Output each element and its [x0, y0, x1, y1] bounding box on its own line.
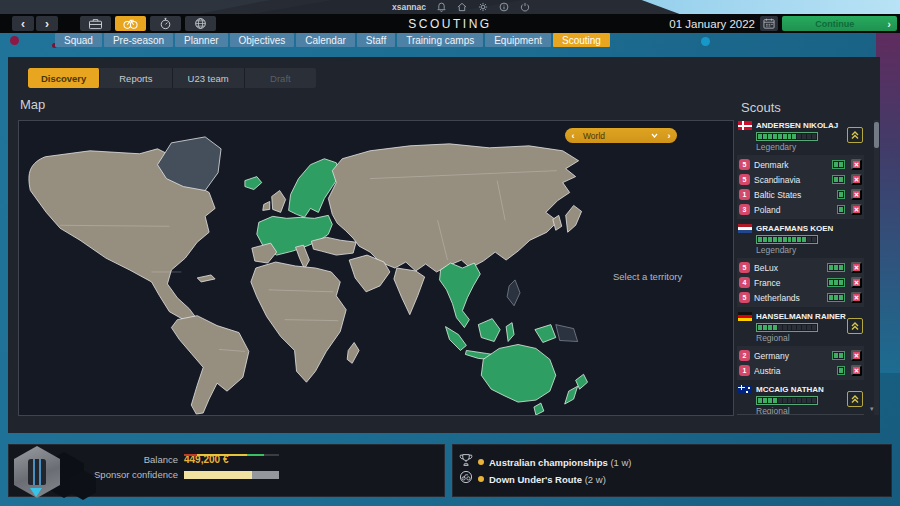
scout-card: MCCAIG NATHANRegional: [737, 383, 864, 415]
territory-name: France: [754, 278, 823, 288]
power-icon[interactable]: [520, 2, 530, 12]
scout-name: HANSELMANN RAINER: [756, 312, 846, 321]
current-date: 01 January 2022: [669, 18, 755, 30]
info-icon[interactable]: [499, 2, 509, 12]
scout-skill-bar: [756, 396, 818, 405]
sub-tab-draft[interactable]: Draft: [245, 68, 316, 88]
scout-header: MCCAIG NATHANRegional: [737, 383, 864, 415]
scout-head-left: ANDERSEN NIKOLAJLegendary: [738, 121, 838, 152]
scout-header: HANSELMANN RAINERRegional: [737, 310, 864, 346]
event-name[interactable]: Australian championships (1 w): [489, 457, 632, 468]
tab-objectives[interactable]: Objectives: [230, 33, 295, 47]
skill-cell: [763, 237, 767, 242]
home-icon[interactable]: [457, 2, 467, 12]
skill-cell: [763, 398, 767, 403]
territory-row: 4France✕: [739, 275, 862, 290]
territory-row: 5Netherlands✕: [739, 290, 862, 305]
knowledge-cell: [839, 265, 843, 270]
remove-territory-button[interactable]: ✕: [851, 365, 862, 376]
skill-cell: [812, 398, 816, 403]
scouts-scrollbar[interactable]: [874, 120, 879, 415]
skill-cell: [788, 325, 792, 330]
rider-count-badge: 5: [739, 159, 750, 170]
skill-cell: [802, 325, 806, 330]
knowledge-indicator: [837, 205, 845, 214]
skill-cell: [763, 134, 767, 139]
remove-territory-button[interactable]: ✕: [851, 204, 862, 215]
sub-tab-reports[interactable]: Reports: [100, 68, 172, 88]
territory-selector[interactable]: ‹ World ›: [565, 128, 677, 143]
skill-cell: [758, 398, 762, 403]
tab-staff[interactable]: Staff: [357, 33, 395, 47]
collapse-scout-button[interactable]: [847, 318, 863, 334]
event-name[interactable]: Down Under's Route (2 w): [489, 474, 606, 485]
sub-tab-discovery[interactable]: Discovery: [28, 68, 100, 88]
skill-cell: [807, 398, 811, 403]
tab-scouting[interactable]: Scouting: [553, 33, 610, 47]
tab-calendar[interactable]: Calendar: [296, 33, 355, 47]
skill-cell: [792, 398, 796, 403]
territory-name: Netherlands: [754, 293, 823, 303]
remove-territory-button[interactable]: ✕: [851, 277, 862, 288]
scouts-list: ANDERSEN NIKOLAJLegendary5Denmark✕5Scand…: [737, 119, 864, 415]
event-row: Australian championships (1 w): [459, 453, 632, 471]
skill-cell: [788, 134, 792, 139]
title-bar: ‹ › SCOUTING 01 January 2022 Continue ›: [0, 14, 900, 33]
skill-cell: [802, 134, 806, 139]
map-section-label: Map: [20, 97, 45, 112]
tab-pre-season[interactable]: Pre-season: [104, 33, 173, 47]
skill-cell: [802, 398, 806, 403]
skill-cell: [792, 325, 796, 330]
territory-next-icon[interactable]: ›: [661, 131, 677, 141]
knowledge-indicator: [832, 160, 845, 169]
rider-count-badge: 2: [739, 350, 750, 361]
territory-name: Poland: [754, 205, 833, 215]
territory-name: Baltic States: [754, 190, 833, 200]
scout-skill-bar: [756, 235, 818, 244]
territory-prev-icon[interactable]: ‹: [565, 131, 581, 141]
remove-territory-button[interactable]: ✕: [851, 350, 862, 361]
sub-tab-u23-team[interactable]: U23 team: [173, 68, 245, 88]
world-map[interactable]: [19, 121, 733, 415]
map-hint-text: Select a territory: [613, 271, 682, 282]
knowledge-cell: [829, 265, 833, 270]
sponsor-confidence-scale: [184, 454, 279, 456]
knowledge-cell: [839, 353, 843, 358]
remove-territory-button[interactable]: ✕: [851, 174, 862, 185]
remove-territory-button[interactable]: ✕: [851, 262, 862, 273]
tab-equipment[interactable]: Equipment: [485, 33, 551, 47]
territory-selector-value[interactable]: World: [581, 131, 647, 141]
chevron-down-icon[interactable]: [647, 133, 661, 138]
remove-territory-button[interactable]: ✕: [851, 189, 862, 200]
remove-territory-button[interactable]: ✕: [851, 159, 862, 170]
rider-count-badge: 4: [739, 277, 750, 288]
collapse-scout-button[interactable]: [847, 391, 863, 407]
remove-territory-button[interactable]: ✕: [851, 292, 862, 303]
event-status-dot: [478, 476, 484, 482]
event-duration: (2 w): [585, 474, 606, 485]
scout-card: GRAAFMANS KOENLegendary5BeLux✕4France✕5N…: [737, 222, 864, 307]
knowledge-cell: [839, 207, 843, 212]
continue-button[interactable]: Continue ›: [782, 16, 897, 31]
calendar-icon[interactable]: [760, 16, 778, 31]
scrollbar-thumb[interactable]: [874, 122, 879, 148]
tab-squad[interactable]: Squad: [55, 33, 102, 47]
bell-icon[interactable]: [437, 2, 446, 12]
knowledge-indicator: [827, 278, 845, 287]
event-status-dot: [478, 459, 484, 465]
skill-cell: [792, 237, 796, 242]
tab-training-camps[interactable]: Training camps: [397, 33, 483, 47]
scroll-down-icon[interactable]: ▾: [870, 405, 874, 413]
skill-cell: [812, 237, 816, 242]
tab-planner[interactable]: Planner: [175, 33, 227, 47]
gear-icon[interactable]: [478, 2, 488, 12]
knowledge-cell: [834, 280, 838, 285]
scout-skill-bar: [756, 323, 818, 332]
skill-cell: [778, 398, 782, 403]
collapse-scout-button[interactable]: [847, 127, 863, 143]
world-map-panel[interactable]: ‹ World › Select a territory: [18, 120, 734, 416]
decor-triangle: [30, 488, 42, 497]
race-icon: [459, 470, 473, 488]
skill-cell: [807, 134, 811, 139]
netherlands-flag-icon: [738, 224, 752, 233]
